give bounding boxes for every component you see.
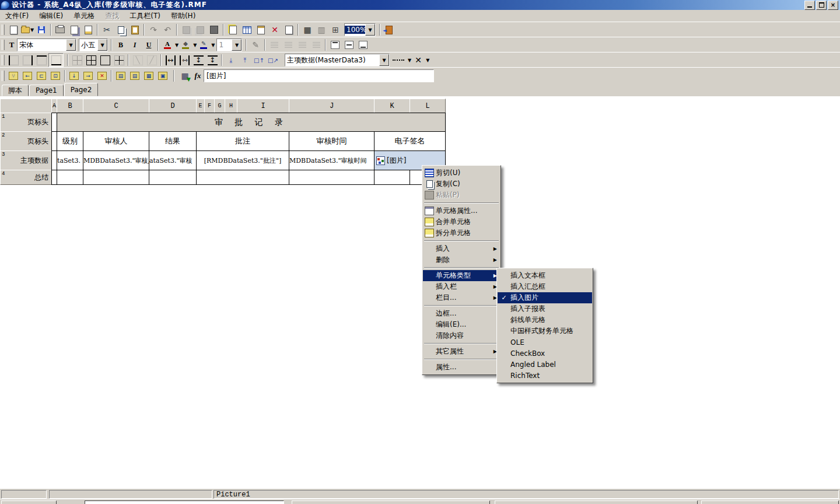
cell-c3[interactable]: MDBDataSet3."审核人 xyxy=(83,150,149,170)
filled-square-button[interactable] xyxy=(207,23,221,36)
clear-border-button[interactable]: ✕ xyxy=(411,54,425,66)
toolbar-gripper[interactable] xyxy=(2,24,5,35)
menu-item-other-properties[interactable]: 其它属性 ▶ xyxy=(423,346,500,357)
underline-button[interactable]: U xyxy=(142,38,156,51)
column-header-g[interactable]: G xyxy=(214,99,225,113)
menu-item-borders[interactable]: 边框... xyxy=(423,308,500,319)
menu-item-properties[interactable]: 属性... xyxy=(423,362,500,373)
submenu-item-chinese-finance-cell[interactable]: 中国样式财务单元格 xyxy=(498,326,592,337)
band-page-button-1[interactable]: ▤ xyxy=(114,69,128,82)
border-width-combo[interactable]: 1 ▼ xyxy=(216,38,242,51)
row-header-4[interactable]: 4 总结 xyxy=(0,170,52,185)
column-header-c[interactable]: C xyxy=(83,99,149,113)
border-right-button[interactable] xyxy=(20,54,34,66)
menu-item-split-cells[interactable]: 拆分单元格 xyxy=(423,228,500,239)
print-setup-button[interactable] xyxy=(81,23,95,36)
exit-button[interactable] xyxy=(382,23,396,36)
new-button[interactable] xyxy=(6,23,20,36)
column-header-f[interactable]: F xyxy=(204,99,215,113)
submenu-item-insert-summary[interactable]: 插入汇总框 xyxy=(498,281,592,292)
delete-row-button[interactable]: ✕ xyxy=(95,69,109,82)
paste-button[interactable] xyxy=(128,23,142,36)
menu-file[interactable]: 文件(F) xyxy=(0,10,34,22)
band-window-button[interactable]: ⊡ xyxy=(48,69,62,82)
clear-border-dropdown-icon[interactable]: ▼ xyxy=(426,58,429,63)
cell-b3[interactable]: taSet3. xyxy=(57,150,83,170)
cell-ei3[interactable]: [RMDBDataSet3."批注"] xyxy=(196,150,289,170)
open-button[interactable]: ▼ xyxy=(20,23,34,36)
submenu-item-richtext[interactable]: RichText xyxy=(498,370,592,381)
valign-top-button[interactable] xyxy=(328,38,342,51)
submenu-item-ole[interactable]: OLE xyxy=(498,337,592,348)
new-report-button[interactable] xyxy=(226,23,240,36)
font-size-dropdown-icon[interactable]: ▼ xyxy=(97,39,107,51)
insert-table-button[interactable] xyxy=(240,23,254,36)
cell-ei2[interactable]: 批注 xyxy=(196,131,289,151)
fill-color-button[interactable]: ◆ xyxy=(178,38,192,51)
print-button[interactable] xyxy=(53,23,67,36)
menu-item-insert[interactable]: 插入 ▶ xyxy=(423,243,500,254)
cell-b4[interactable] xyxy=(57,170,83,185)
cell-k4[interactable] xyxy=(374,170,410,185)
submenu-item-checkbox[interactable]: CheckBox xyxy=(498,348,592,359)
column-header-j[interactable]: J xyxy=(289,99,374,113)
design-canvas[interactable]: A B C D E F G H I J K L 1 页标头 2 页标头 3 主项… xyxy=(0,96,840,489)
cell-c4[interactable] xyxy=(83,170,149,185)
cell-title[interactable]: 审 批 记 录 xyxy=(57,113,446,132)
column-header-i[interactable]: I xyxy=(237,99,289,113)
expand-width-button[interactable]: ⇿ xyxy=(177,54,191,66)
submenu-item-insert-picture[interactable]: ✓ 插入图片 xyxy=(498,292,592,303)
dataset-dropdown-icon[interactable]: ▼ xyxy=(379,54,389,66)
split-row-button[interactable]: ⑂ xyxy=(6,69,20,82)
grid-lines-button[interactable]: ▦ xyxy=(300,23,314,36)
toolbar-gripper[interactable] xyxy=(2,40,5,50)
cut-button[interactable]: ✂ xyxy=(100,23,114,36)
menu-item-cut[interactable]: 剪切(U) xyxy=(423,167,500,178)
save-button[interactable] xyxy=(34,23,48,36)
cell-b2[interactable]: 级别 xyxy=(57,131,83,151)
row-header-2[interactable]: 2 页标头 xyxy=(0,131,52,151)
submenu-item-insert-textbox[interactable]: 插入文本框 xyxy=(498,270,592,281)
column-header-k[interactable]: K xyxy=(374,99,410,113)
insert-row-left-button[interactable]: ← xyxy=(20,69,34,82)
submenu-item-angled-label[interactable]: Angled Label xyxy=(498,359,592,370)
border-left-button[interactable] xyxy=(6,54,20,66)
cell-borders-button[interactable]: ⊞ xyxy=(328,23,342,36)
menu-item-cell-type[interactable]: 单元格类型 ▶ xyxy=(423,270,500,281)
column-header-d[interactable]: D xyxy=(149,99,197,113)
menu-edit[interactable]: 编辑(E) xyxy=(34,10,68,22)
menu-toolbars[interactable]: 工具栏(T) xyxy=(124,10,166,22)
zoom-combo[interactable]: 100% ▼ xyxy=(344,23,376,36)
cell-c2[interactable]: 审核人 xyxy=(83,131,149,151)
restore-button[interactable] xyxy=(816,1,827,10)
menu-item-cell-properties[interactable]: 单元格属性... xyxy=(423,205,500,216)
border-bottom-button[interactable] xyxy=(48,53,64,67)
toolbar-gripper[interactable] xyxy=(2,71,5,81)
dataset-combo[interactable]: 主项数据(MasterData3) ▼ xyxy=(285,54,390,66)
cell-down-arrow-button[interactable]: ⤓ xyxy=(224,54,238,66)
line-style-button[interactable] xyxy=(390,54,407,66)
menu-item-insert-band[interactable]: 插入栏 ▶ xyxy=(423,281,500,292)
submenu-item-diagonal-cell[interactable]: 斜线单元格 xyxy=(498,314,592,326)
insert-row-right-button[interactable]: → xyxy=(81,69,95,82)
toolbar-gripper[interactable] xyxy=(2,55,5,65)
band-page-button-2[interactable]: ▤ xyxy=(128,69,142,82)
menu-item-edit[interactable]: 编辑(E)... xyxy=(423,319,500,330)
fit-height-button[interactable]: ↕ xyxy=(191,54,205,66)
menu-help[interactable]: 帮助(H) xyxy=(166,10,201,22)
band-page-button-4[interactable]: ▣ xyxy=(156,69,170,82)
cell-d2[interactable]: 结果 xyxy=(149,131,197,151)
band-page-button-3[interactable]: ▦ xyxy=(142,69,156,82)
column-header-b[interactable]: B xyxy=(57,99,83,113)
delete-page-button[interactable]: ✕ xyxy=(268,23,282,36)
cell-d4[interactable] xyxy=(149,170,197,185)
font-size-combo[interactable]: 小五 ▼ xyxy=(79,38,108,51)
valign-bottom-button[interactable] xyxy=(356,38,370,51)
taskbar-item-2[interactable] xyxy=(495,501,698,504)
split-row-down-button[interactable]: ↓ xyxy=(67,69,81,82)
menu-item-columns[interactable]: 栏目... ▶ xyxy=(423,292,500,303)
border-top-button[interactable] xyxy=(34,54,48,66)
cell-grow-arrow-button[interactable]: □↗ xyxy=(266,54,280,66)
menu-item-copy[interactable]: 复制(C) xyxy=(423,178,500,190)
insert-band-button[interactable]: ⊏ xyxy=(34,69,48,82)
